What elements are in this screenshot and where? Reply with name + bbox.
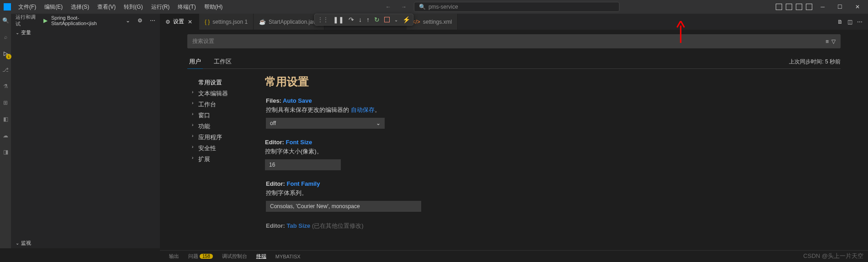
- close-button[interactable]: ✕: [851, 2, 864, 12]
- step-out-icon[interactable]: ↑: [366, 16, 370, 23]
- layout-icon-2[interactable]: [786, 4, 792, 10]
- panel-debug-console[interactable]: 调试控制台: [222, 253, 247, 260]
- layout-icon-1[interactable]: [776, 4, 782, 10]
- chevron-right-icon: ›: [192, 122, 193, 127]
- close-icon[interactable]: ✕: [187, 19, 193, 25]
- chevron-down-icon: ⌄: [16, 241, 19, 246]
- search-placeholder: 搜索设置: [192, 37, 214, 45]
- panel-output[interactable]: 输出: [169, 253, 179, 260]
- explorer-icon[interactable]: 🔍: [1, 16, 10, 25]
- json-icon: { }: [205, 19, 210, 25]
- open-settings-json-icon[interactable]: 🗎: [837, 19, 843, 25]
- chevron-right-icon: ›: [192, 144, 193, 149]
- settings-heading: 常用设置: [265, 74, 841, 89]
- layout-icon-3[interactable]: [796, 4, 802, 10]
- test-icon[interactable]: ⚗: [1, 82, 10, 90]
- gear-icon[interactable]: ⚙: [138, 17, 143, 24]
- misc-icon-1[interactable]: ◧: [1, 115, 10, 123]
- pause-icon[interactable]: ❚❚: [333, 16, 344, 23]
- xml-icon: </>: [412, 19, 420, 25]
- more-icon[interactable]: ⋯: [150, 17, 155, 24]
- setting-font-family: Editor: Font Family 控制字体系列。 Consolas, 'C…: [265, 180, 841, 212]
- step-into-icon[interactable]: ↓: [359, 16, 362, 23]
- filter-icon[interactable]: ▽: [831, 38, 836, 45]
- toc-window[interactable]: ›窗口: [187, 110, 260, 121]
- auto-save-select[interactable]: off ⌄: [266, 118, 385, 129]
- search-icon: 🔍: [419, 4, 426, 10]
- stop-icon[interactable]: [384, 17, 390, 22]
- sidebar-title: 运行和调试: [16, 14, 40, 27]
- menu-edit[interactable]: 编辑(E): [41, 1, 66, 13]
- hot-reload-icon[interactable]: ⚡: [402, 16, 410, 23]
- menu-terminal[interactable]: 终端(T): [174, 1, 199, 13]
- setting-font-size: Editor: Font Size 控制字体大小(像素)。 16: [260, 139, 841, 170]
- panel-problems[interactable]: 问题 158: [188, 253, 213, 260]
- layout-icon-4[interactable]: [806, 4, 812, 10]
- panel-mybatisx[interactable]: MYBATISX: [275, 254, 301, 259]
- extensions-icon[interactable]: ⊞: [1, 99, 10, 107]
- split-editor-icon[interactable]: ◫: [847, 19, 852, 25]
- debug-badge: 1: [6, 54, 11, 59]
- menu-view[interactable]: 查看(V): [94, 1, 119, 13]
- app-logo: [4, 3, 11, 10]
- panel-terminal[interactable]: 终端: [256, 253, 266, 260]
- font-size-input[interactable]: 16: [265, 159, 341, 170]
- auto-save-link[interactable]: 自动保存: [351, 106, 375, 113]
- toc-application[interactable]: ›应用程序: [187, 132, 260, 143]
- tab-label: StartApplication.java: [269, 19, 318, 25]
- debug-toolbar[interactable]: ⋮⋮ ❚❚ ↷ ↓ ↑ ↻ ⌄ ⚡: [314, 14, 413, 26]
- maximize-button[interactable]: ☐: [833, 2, 847, 12]
- restart-icon[interactable]: ↻: [374, 16, 380, 23]
- watermark: CSDN @头上一片天空: [803, 252, 863, 260]
- config-chevron-icon[interactable]: ⌄: [126, 17, 130, 24]
- command-center[interactable]: 🔍 pms-service: [414, 2, 619, 12]
- toc-text-editor[interactable]: ›文本编辑器: [187, 88, 260, 99]
- scope-workspace[interactable]: 工作区: [212, 55, 233, 68]
- menu-file[interactable]: 文件(F): [15, 1, 40, 13]
- variables-section[interactable]: ⌄ 变量: [11, 27, 160, 38]
- menu-run[interactable]: 运行(R): [148, 1, 174, 13]
- watch-section[interactable]: ⌄ 监视: [11, 238, 160, 248]
- setting-tab-size: Editor: Tab Size (已在其他位置修改): [265, 222, 841, 230]
- scope-user[interactable]: 用户: [187, 55, 203, 69]
- chevron-down-icon: ⌄: [376, 120, 381, 126]
- misc-icon-2[interactable]: ☁: [1, 131, 10, 140]
- sync-info: 上次同步时间: 5 秒前: [789, 58, 841, 66]
- settings-search[interactable]: 搜索设置 ≡ ▽: [187, 34, 841, 48]
- debug-icon[interactable]: ▷1: [1, 49, 10, 58]
- toc-workbench[interactable]: ›工作台: [187, 99, 260, 110]
- nav-back-icon[interactable]: ←: [383, 3, 394, 11]
- menu-goto[interactable]: 转到(G): [120, 1, 146, 13]
- chevron-down-icon[interactable]: ⌄: [394, 17, 398, 22]
- problems-badge: 158: [200, 254, 213, 259]
- run-icon[interactable]: ▶: [43, 17, 48, 24]
- menu-select[interactable]: 选择(S): [67, 1, 93, 13]
- setting-auto-save: Files: Auto Save 控制具有未保存更改的编辑器的 自动保存。 of…: [265, 97, 841, 129]
- java-icon: ☕: [259, 19, 266, 25]
- tab-label: settings.json 1: [212, 19, 248, 25]
- chevron-right-icon: ›: [192, 111, 193, 116]
- tab-label: 设置: [173, 18, 184, 26]
- run-config[interactable]: Spring Boot-StartApplication<jish: [51, 15, 122, 26]
- tab-settings-xml[interactable]: </> settings.xml: [407, 14, 458, 30]
- menu-help[interactable]: 帮助(H): [201, 1, 227, 13]
- tab-settings-json[interactable]: { } settings.json 1: [199, 14, 254, 30]
- more-actions-icon[interactable]: ⋯: [857, 19, 863, 25]
- toc-features[interactable]: ›功能: [187, 121, 260, 132]
- variables-label: 变量: [21, 29, 31, 36]
- toc-common[interactable]: 常用设置: [187, 77, 260, 88]
- watch-label: 监视: [21, 240, 31, 246]
- grip-icon[interactable]: ⋮⋮: [318, 16, 328, 23]
- minimize-button[interactable]: ─: [816, 2, 829, 12]
- nav-forward-icon[interactable]: →: [398, 3, 409, 11]
- font-family-input[interactable]: Consolas, 'Courier New', monospace: [266, 201, 421, 212]
- clear-icon[interactable]: ≡: [826, 38, 829, 45]
- misc-icon-3[interactable]: ◨: [1, 148, 10, 156]
- search-icon[interactable]: ⌕: [1, 33, 10, 41]
- toc-extensions[interactable]: ›扩展: [187, 154, 260, 165]
- chevron-right-icon: ›: [192, 100, 193, 105]
- scm-icon[interactable]: ⎇: [1, 66, 10, 74]
- toc-security[interactable]: ›安全性: [187, 143, 260, 154]
- step-over-icon[interactable]: ↷: [349, 16, 354, 23]
- tab-settings[interactable]: ⚙ 设置 ✕: [160, 14, 199, 30]
